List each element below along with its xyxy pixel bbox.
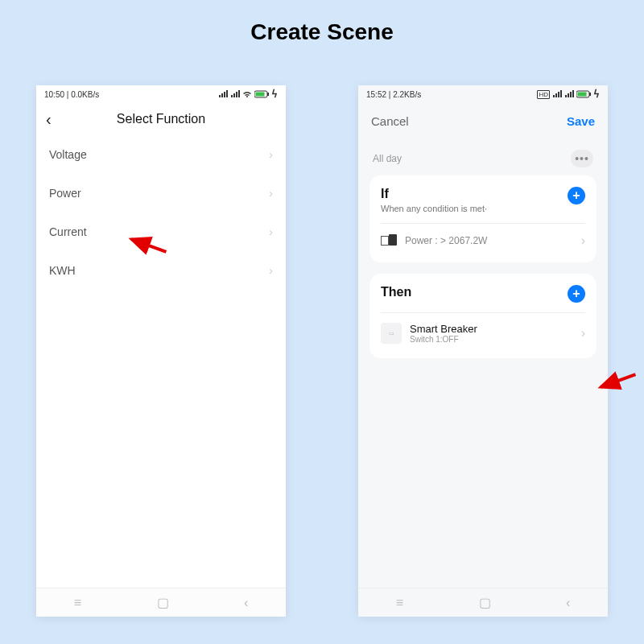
condition-text: Power : > 2067.2W — [405, 235, 487, 246]
signal-icon — [552, 90, 562, 98]
nav-home-button[interactable]: ▢ — [479, 595, 491, 610]
status-bar: 15:52 | 2.2KB/s HD ϟ — [358, 85, 608, 103]
function-item-voltage[interactable]: Voltage › — [36, 135, 286, 174]
battery-icon: ϟ — [576, 89, 600, 100]
cancel-button[interactable]: Cancel — [371, 114, 409, 128]
more-button[interactable]: ••• — [571, 150, 593, 167]
action-sub: Switch 1:OFF — [410, 335, 477, 344]
status-left: 15:52 | 2.2KB/s — [366, 90, 421, 99]
save-button[interactable]: Save — [567, 114, 595, 128]
svg-rect-5 — [589, 93, 591, 96]
header-title: Select Function — [117, 112, 205, 126]
plus-icon: + — [572, 189, 580, 202]
chevron-right-icon: › — [581, 233, 585, 248]
action-name: Smart Breaker — [410, 323, 477, 335]
then-card-head: Then + — [381, 285, 585, 309]
action-text: Smart Breaker Switch 1:OFF — [410, 323, 477, 344]
hd-icon: HD — [537, 90, 550, 99]
chevron-right-icon: › — [269, 264, 273, 277]
if-card-head: If When any condition is met· + — [381, 187, 585, 220]
add-action-button[interactable]: + — [568, 285, 585, 303]
signal2-icon — [230, 90, 240, 98]
if-subtitle: When any condition is met· — [381, 204, 487, 213]
svg-rect-1 — [256, 93, 265, 97]
nav-home-button[interactable]: ▢ — [157, 595, 169, 610]
status-right: ϟ — [218, 89, 278, 100]
action-left: ▭ Smart Breaker Switch 1:OFF — [381, 323, 477, 344]
if-titles: If When any condition is met· — [381, 187, 487, 213]
action-row[interactable]: ▭ Smart Breaker Switch 1:OFF › — [381, 313, 585, 353]
nav-bar: ≡ ▢ ‹ — [358, 588, 608, 617]
phones-wrap: 10:50 | 0.0KB/s ϟ ‹ — [0, 85, 644, 617]
phone-right: 15:52 | 2.2KB/s HD ϟ Cancel Save — [358, 85, 608, 617]
nav-menu-button[interactable]: ≡ — [74, 596, 81, 610]
breaker-icon: ▭ — [381, 323, 402, 344]
then-card: Then + ▭ Smart Breaker Switch 1:OFF › — [369, 274, 597, 358]
charge-icon: ϟ — [271, 89, 278, 100]
chevron-right-icon: › — [269, 148, 273, 161]
nav-back-button[interactable]: ‹ — [566, 596, 570, 610]
svg-rect-2 — [267, 93, 269, 96]
add-condition-button[interactable]: + — [568, 187, 585, 204]
condition-row[interactable]: Power : > 2067.2W › — [381, 224, 585, 258]
chevron-right-icon: › — [269, 225, 273, 238]
status-net: 2.2KB/s — [393, 90, 421, 99]
function-label: Power — [49, 187, 81, 200]
page-title: Create Scene — [0, 0, 644, 45]
status-left: 10:50 | 0.0KB/s — [44, 90, 99, 99]
status-right: HD ϟ — [537, 89, 600, 100]
signal2-icon — [564, 90, 574, 98]
if-title: If — [381, 187, 487, 201]
status-bar: 10:50 | 0.0KB/s ϟ — [36, 85, 286, 103]
function-label: KWH — [49, 264, 76, 277]
then-title: Then — [381, 285, 411, 299]
svg-rect-4 — [578, 93, 587, 97]
nav-back-button[interactable]: ‹ — [244, 596, 248, 610]
wifi-icon — [242, 90, 252, 98]
signal-icon — [218, 90, 228, 98]
charge-icon: ϟ — [593, 89, 600, 100]
function-item-kwh[interactable]: KWH › — [36, 251, 286, 290]
function-label: Current — [49, 225, 87, 238]
scene-head: All day ••• — [369, 145, 597, 175]
function-item-power[interactable]: Power › — [36, 174, 286, 213]
header: ‹ Select Function — [36, 103, 286, 135]
status-time: 10:50 — [44, 90, 64, 99]
status-net: 0.0KB/s — [71, 90, 99, 99]
function-list: Voltage › Power › Current › KWH › — [36, 135, 286, 588]
phone-left: 10:50 | 0.0KB/s ϟ ‹ — [36, 85, 286, 617]
if-card: If When any condition is met· + Power : … — [369, 175, 597, 262]
function-item-current[interactable]: Current › — [36, 213, 286, 251]
header: Cancel Save — [358, 103, 608, 138]
function-label: Voltage — [49, 148, 87, 161]
battery-icon: ϟ — [254, 89, 278, 100]
back-button[interactable]: ‹ — [46, 110, 52, 129]
all-day-label: All day — [373, 153, 571, 164]
plus-icon: + — [572, 287, 580, 300]
chevron-right-icon: › — [269, 187, 273, 200]
condition-left: Power : > 2067.2W — [381, 234, 487, 247]
scene-name-area[interactable]: All day — [373, 153, 571, 164]
chevron-right-icon: › — [581, 326, 585, 341]
scene-content: All day ••• If When any condition is met… — [358, 138, 608, 588]
nav-menu-button[interactable]: ≡ — [396, 596, 403, 610]
device-icon — [381, 234, 398, 247]
status-time: 15:52 — [366, 90, 386, 99]
nav-bar: ≡ ▢ ‹ — [36, 588, 286, 617]
